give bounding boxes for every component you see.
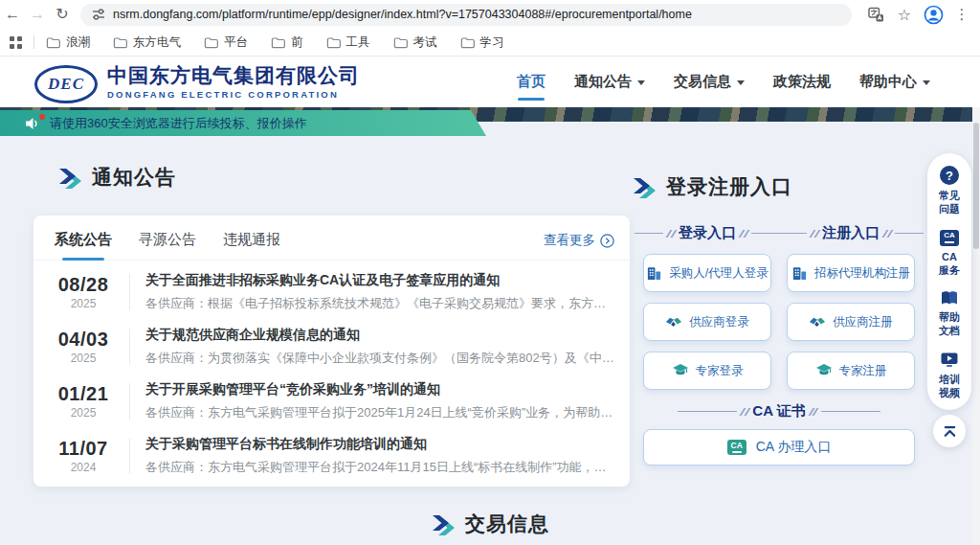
bookmark-folder[interactable]: 考试	[393, 34, 437, 51]
translate-icon[interactable]	[863, 2, 888, 27]
ca-apply-button[interactable]: CA CA 办理入口	[643, 429, 915, 466]
handshake-icon	[665, 315, 682, 329]
expert-login-button[interactable]: 专家登录	[643, 352, 771, 390]
notice-excerpt: 各供应商：为贯彻落实《保障中小企业款项支付条例》（国务院令第802号）及《中小企…	[145, 350, 614, 367]
collapse-rail-button[interactable]	[933, 415, 966, 447]
login-entry-title: 登录入口	[679, 224, 736, 242]
bookmark-folder[interactable]: 工具	[326, 34, 370, 51]
notice-text-block: 关于采购管理平台标书在线制作功能培训的通知 各供应商：东方电气采购管理平台拟于2…	[145, 436, 614, 476]
notice-year: 2025	[53, 352, 114, 365]
profile-avatar-icon[interactable]	[921, 2, 946, 27]
folder-icon	[393, 36, 408, 49]
nav-item-home[interactable]: 首页	[517, 73, 546, 91]
chevron-down-icon	[737, 80, 745, 85]
notice-year: 2024	[53, 461, 114, 474]
bidding-agency-register-button[interactable]: 招标代理机构注册	[787, 254, 915, 292]
purchaser-login-button[interactable]: 采购人/代理人登录	[643, 254, 771, 292]
bookmark-folder[interactable]: 东方电气	[113, 34, 181, 51]
notice-date: 08/28	[53, 274, 114, 296]
notice-list: 08/28 2025 关于全面推进非招标采购业务CA认证及电子签章应用的通知 各…	[33, 261, 630, 483]
browser-toolbar: ← → ↻ nsrm.dongfang.com/platform/runtime…	[0, 0, 980, 29]
nav-label: 政策法规	[773, 73, 831, 91]
notice-list-item[interactable]: 01/21 2025 关于开展采购管理平台“竞价采购业务”培训的通知 各供应商：…	[33, 374, 630, 428]
ca-section-title: CA 证书	[752, 402, 805, 420]
supplier-register-button[interactable]: 供应商注册	[787, 303, 915, 341]
expert-register-button[interactable]: 专家注册	[787, 352, 915, 390]
company-name-en: DONGFANG ELECTRIC CORPORATION	[107, 89, 360, 100]
notice-tabs: 系统公告 寻源公告 违规通报 查看更多	[33, 216, 630, 261]
nav-item-notices[interactable]: 通知公告	[574, 73, 645, 91]
notice-list-item[interactable]: 08/28 2025 关于全面推进非招标采购业务CA认证及电子签章应用的通知 各…	[33, 264, 630, 319]
bookmark-label: 工具	[346, 34, 370, 51]
apps-grid-icon[interactable]	[10, 36, 22, 49]
rail-item-training-videos[interactable]: 培训视频	[937, 352, 962, 400]
folder-icon	[271, 36, 285, 49]
notice-title: 关于规范供应商企业规模信息的通知	[145, 327, 614, 344]
folder-icon	[460, 36, 475, 49]
vertical-divider	[129, 438, 130, 474]
trade-section-title: 交易信息	[465, 511, 549, 537]
circle-arrow-right-icon	[600, 234, 614, 248]
notice-text-block: 关于开展采购管理平台“竞价采购业务”培训的通知 各供应商：东方电气采购管理平台拟…	[145, 381, 614, 421]
book-icon	[940, 290, 959, 307]
reload-icon[interactable]: ↻	[50, 0, 75, 29]
rail-item-label: 帮助文档	[937, 310, 962, 338]
supplier-login-button[interactable]: 供应商登录	[643, 303, 771, 341]
notice-card: 系统公告 寻源公告 违规通报 查看更多 08/28 2025	[33, 216, 630, 487]
notice-date-block: 08/28 2025	[53, 274, 114, 310]
notice-list-item[interactable]: 04/03 2025 关于规范供应商企业规模信息的通知 各供应商：为贯彻落实《保…	[33, 319, 630, 374]
notice-year: 2025	[53, 297, 114, 310]
section-arrow-icon	[59, 169, 82, 189]
notice-date-block: 11/07 2024	[53, 438, 114, 474]
notice-year: 2025	[53, 406, 114, 420]
view-more-link[interactable]: 查看更多	[544, 232, 614, 249]
scrollbar-thumb[interactable]	[973, 123, 979, 249]
url-bar[interactable]: nsrm.dongfang.com/platform/runtime/epp/d…	[80, 4, 852, 26]
vertical-divider	[129, 383, 130, 420]
tab-sourcing-notices[interactable]: 寻源公告	[139, 231, 196, 249]
login-section-title: 登录注册入口	[666, 173, 792, 200]
back-icon[interactable]: ←	[0, 0, 25, 29]
register-entry-title: 注册入口	[822, 224, 880, 242]
dec-logo[interactable]: DEC	[34, 65, 98, 103]
speaker-icon	[25, 117, 40, 130]
chevron-down-icon	[637, 80, 645, 85]
folder-icon	[113, 36, 127, 49]
forward-icon[interactable]: →	[25, 0, 50, 29]
nav-label: 通知公告	[574, 73, 632, 91]
notice-section-title: 通知公告	[92, 164, 176, 191]
kebab-menu-icon[interactable]: ⋮	[949, 2, 974, 27]
bookmark-folder[interactable]: 学习	[460, 34, 504, 51]
notice-excerpt: 各供应商：东方电气采购管理平台拟于2025年1月24日上线“竞价采购”业务，为帮…	[145, 404, 614, 421]
bookmarks-divider	[33, 35, 34, 49]
notice-list-item[interactable]: 11/07 2024 关于采购管理平台标书在线制作功能培训的通知 各供应商：东方…	[33, 428, 630, 483]
bookmark-label: 浪潮	[66, 34, 90, 51]
bookmark-folder[interactable]: 前	[271, 34, 303, 51]
nav-label: 首页	[517, 73, 546, 91]
nav-item-policies[interactable]: 政策法规	[773, 73, 831, 91]
rail-item-label: 常见问题	[937, 189, 962, 216]
nav-item-help-center[interactable]: 帮助中心	[859, 73, 930, 91]
rail-item-faq[interactable]: ? 常见问题	[937, 166, 962, 216]
rail-item-help-docs[interactable]: 帮助文档	[937, 290, 962, 338]
button-label: 供应商注册	[833, 314, 893, 330]
page-scrollbar[interactable]	[972, 56, 980, 545]
bookmark-label: 东方电气	[133, 34, 181, 51]
ca-section-header: CA 证书	[643, 402, 915, 420]
bookmark-folder[interactable]: 浪潮	[46, 34, 90, 51]
bookmark-folder[interactable]: 平台	[204, 34, 248, 51]
button-label: 招标代理机构注册	[814, 265, 910, 282]
chevron-down-icon	[923, 80, 930, 85]
button-label: 专家登录	[696, 363, 744, 379]
button-label: 供应商登录	[689, 314, 749, 330]
notice-date: 11/07	[53, 438, 114, 460]
rail-item-ca-service[interactable]: CA CA 服务	[937, 230, 962, 278]
main-nav: 首页 通知公告 交易信息 政策法规 帮助中心	[517, 56, 930, 107]
bookmark-label: 前	[291, 34, 303, 51]
tab-system-notices[interactable]: 系统公告	[55, 231, 112, 249]
ca-card-icon: CA	[940, 230, 959, 246]
bookmark-star-icon[interactable]: ☆	[892, 2, 917, 27]
company-name-cn: 中国东方电气集团有限公司	[107, 63, 360, 87]
tab-violation-reports[interactable]: 违规通报	[223, 231, 280, 249]
nav-item-trade-info[interactable]: 交易信息	[674, 73, 745, 91]
